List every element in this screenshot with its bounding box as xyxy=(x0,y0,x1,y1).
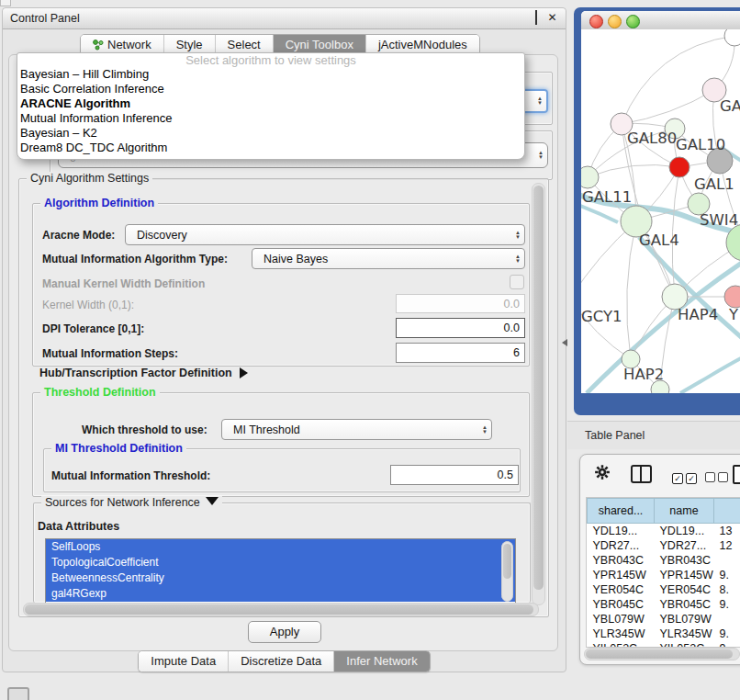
kernel-width-field[interactable] xyxy=(396,294,525,313)
algorithm-popup: Select algorithm to view settings Bayesi… xyxy=(17,52,525,160)
table-row[interactable]: YDR27...YDR27...12 xyxy=(588,538,740,553)
table-row[interactable]: YBR043CYBR043C xyxy=(588,553,740,568)
dpi-tolerance-field[interactable] xyxy=(396,318,525,338)
table-row[interactable]: YBR045CYBR045C9. xyxy=(588,597,740,612)
network-edge xyxy=(588,164,679,177)
tab-discretize-data[interactable]: Discretize Data xyxy=(228,651,333,672)
apply-button[interactable]: Apply xyxy=(248,621,321,643)
dpi-tolerance-label: DPI Tolerance [0,1]: xyxy=(42,322,144,335)
table-cell: YBR043C xyxy=(588,553,655,568)
algorithm-popup-item[interactable]: Bayesian – K2 xyxy=(17,126,524,141)
network-node[interactable] xyxy=(724,29,740,46)
mi-steps-label: Mutual Information Steps: xyxy=(42,347,178,360)
attribute-list-item[interactable]: SelfLoops xyxy=(46,539,515,555)
data-attributes-label: Data Attributes xyxy=(38,520,119,533)
mac-zoom-button[interactable] xyxy=(626,15,640,28)
sources-toggle[interactable]: Sources for Network Inference xyxy=(41,496,222,509)
attribute-list-item[interactable]: TopologicalCoefficient xyxy=(46,555,515,570)
table-row[interactable]: YDL19...YDL19...13 xyxy=(588,524,740,539)
table-row[interactable]: YPR145WYPR145W9. xyxy=(588,568,740,582)
network-node[interactable] xyxy=(581,166,599,188)
mi-threshold-group-title: MI Threshold Definition xyxy=(51,442,186,455)
mi-threshold-field[interactable] xyxy=(390,465,519,485)
mi-type-combo[interactable]: Naive Bayes ▲▼ xyxy=(252,248,525,269)
attributes-vscrollbar[interactable] xyxy=(501,541,513,602)
tab-label: Impute Data xyxy=(151,654,216,668)
settings-hscrollbar-thumb[interactable] xyxy=(25,604,533,615)
collapsed-arrow-icon xyxy=(240,367,248,378)
table-cell: YLR345W xyxy=(655,627,714,641)
network-canvas[interactable]: GALGAL80GAL10GAL1GAL11SWI4GAL4GCY1HAP4YH… xyxy=(581,29,740,393)
mac-close-button[interactable] xyxy=(589,15,603,28)
table-panel-title: Table Panel xyxy=(585,422,645,449)
table-row[interactable]: YER054CYER054C8. xyxy=(588,582,740,597)
table-hscrollbar[interactable] xyxy=(584,648,740,660)
network-view-window[interactable]: GALGAL80GAL10GAL1GAL11SWI4GAL4GCY1HAP4YH… xyxy=(574,7,740,415)
algorithm-popup-item[interactable]: ARACNE Algorithm xyxy=(17,96,524,111)
table-column-header[interactable]: name xyxy=(655,499,714,524)
attribute-list-item[interactable]: BetweennessCentrality xyxy=(46,570,515,586)
table-hscrollbar-thumb[interactable] xyxy=(586,649,733,659)
settings-vscrollbar-thumb[interactable] xyxy=(533,186,544,590)
mi-steps-field[interactable] xyxy=(396,343,525,363)
algorithm-popup-item[interactable]: Bayesian – Hill Climbing xyxy=(17,67,524,82)
network-view-titlebar[interactable] xyxy=(581,11,740,30)
table-cell: YBR043C xyxy=(655,553,714,568)
table-cell: 13 xyxy=(713,524,740,539)
table-row[interactable]: YLR345WYLR345W9. xyxy=(588,627,740,641)
hub-section-toggle[interactable]: Hub/Transcription Factor Definition xyxy=(39,367,248,379)
network-node[interactable] xyxy=(669,157,690,177)
settings-vscrollbar[interactable] xyxy=(532,183,545,605)
network-node-label: GAL10 xyxy=(676,136,725,153)
network-node-label: GAL80 xyxy=(627,130,677,147)
network-node-label: GAL4 xyxy=(639,231,679,249)
which-threshold-combo[interactable]: MI Threshold ▲▼ xyxy=(221,419,492,440)
table-column-header[interactable]: shared... xyxy=(588,499,655,524)
attributes-vscrollbar-thumb[interactable] xyxy=(503,544,511,579)
table-cell: 8. xyxy=(713,582,740,597)
tab-impute-data[interactable]: Impute Data xyxy=(139,651,228,672)
settings-hscrollbar[interactable] xyxy=(23,603,539,616)
node-table[interactable]: shared...nameYDL19...YDL19...13YDR27...Y… xyxy=(586,497,740,648)
minimized-panel-icon[interactable] xyxy=(7,687,29,700)
popup-header: Select algorithm to view settings xyxy=(17,53,524,67)
algorithm-popup-item[interactable]: Mutual Information Inference xyxy=(17,111,524,126)
mac-minimize-button[interactable] xyxy=(608,15,622,28)
partial-toolbar-icon[interactable] xyxy=(733,465,740,484)
unchecked-columns-icon[interactable] xyxy=(705,469,731,486)
tab-infer-network[interactable]: Infer Network xyxy=(333,651,429,672)
spinner-icon: ▲▼ xyxy=(537,91,543,111)
table-row[interactable]: YBL079WYBL079W xyxy=(588,612,740,627)
data-attributes-list[interactable]: SelfLoopsTopologicalCoefficientBetweenne… xyxy=(45,538,516,604)
network-node-label: GAL1 xyxy=(694,175,734,193)
table-column-header[interactable] xyxy=(713,499,740,524)
gear-icon[interactable] xyxy=(594,464,611,484)
hub-section-label: Hub/Transcription Factor Definition xyxy=(39,367,232,379)
panel-splitter-arrow[interactable] xyxy=(562,339,567,346)
table-panel-bar: Table Panel xyxy=(567,421,740,449)
table-panel-window: ✓✓ shared...nameYDL19...YDL19...13YDR27.… xyxy=(579,454,740,665)
aracne-mode-combo[interactable]: Discovery ▲▼ xyxy=(125,224,525,245)
manual-kernel-label: Manual Kernel Width Definition xyxy=(42,277,205,290)
table-cell: 12 xyxy=(713,538,740,553)
table-row[interactable]: YIL052CYIL052C9 xyxy=(588,641,740,648)
close-icon[interactable]: ✕ xyxy=(546,12,558,24)
network-edge xyxy=(680,353,740,393)
columns-icon[interactable] xyxy=(631,465,652,483)
algorithm-popup-item[interactable]: Basic Correlation Inference xyxy=(17,82,524,96)
threshold-definition-title: Threshold Definition xyxy=(40,386,160,399)
table-cell: YDL19... xyxy=(588,524,655,539)
network-node-label: HAP2 xyxy=(623,366,664,383)
tab-label: Cyni Toolbox xyxy=(286,38,353,51)
table-cell: YPR145W xyxy=(655,568,714,582)
algorithm-definition-title: Algorithm Definition xyxy=(40,197,158,209)
algorithm-popup-item[interactable]: Dream8 DC_TDC Algorithm xyxy=(17,141,524,155)
aracne-mode-value: Discovery xyxy=(137,229,187,242)
attribute-list-item[interactable]: gal4RGexp xyxy=(46,586,515,602)
float-icon[interactable] xyxy=(530,12,542,24)
manual-kernel-checkbox[interactable] xyxy=(510,275,524,289)
bottom-tabbar: Impute DataDiscretize DataInfer Network xyxy=(3,650,566,672)
network-node[interactable] xyxy=(724,286,740,308)
checked-columns-icon[interactable]: ✓✓ xyxy=(672,469,700,485)
table-cell: YBR045C xyxy=(655,597,714,612)
